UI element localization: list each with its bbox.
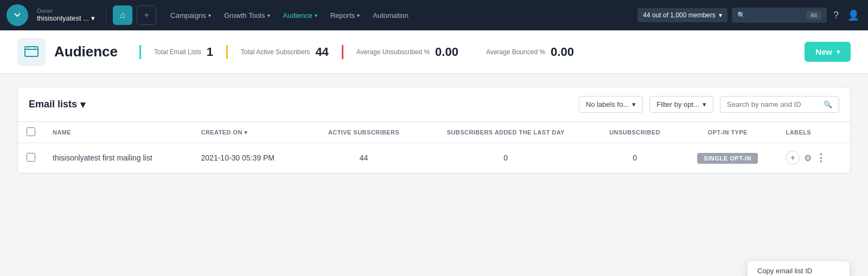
user-icon[interactable]: 👤 [845,7,861,23]
opt-filter-caret-icon: ▾ [703,100,706,108]
col-created-on[interactable]: CREATED ON ▾ [193,122,308,143]
stat-label-email-lists: Total Email Lists [154,48,201,56]
members-caret-icon: ▾ [719,11,722,19]
search-icon: 🔍 [737,11,745,19]
stat-total-email-lists: Total Email Lists 1 [139,45,226,59]
col-labels: LABELS [777,122,850,143]
list-search-box[interactable]: 🔍 [720,96,839,113]
row-active-subscribers-cell: 44 [308,143,420,173]
col-active-subscribers: ACTIVE SUBSCRIBERS [308,122,420,143]
stat-value-avg-unsubscribed: 0.00 [435,45,458,59]
all-filter-badge[interactable]: All [806,11,821,20]
add-label-button[interactable]: + [786,151,800,165]
stat-label-avg-unsubscribed: Average Unsubscribed % [356,48,430,56]
col-unsubscribed: UNSUBSCRIBED [591,122,678,143]
row-created-on-cell: 2021-10-30 05:39 PM [193,143,308,173]
row-checkbox-cell [18,143,44,173]
growth-caret-icon: ▾ [267,12,270,18]
col-subscribers-added: SUBSCRIBERS ADDED THE LAST DAY [420,122,591,143]
list-title-caret-icon[interactable]: ▾ [80,99,85,111]
stat-total-active-subscribers: Total Active Subscribers 44 [226,45,342,59]
nav-growth-tools[interactable]: Growth Tools ▾ [219,8,276,23]
audience-caret-icon: ▾ [315,12,317,18]
list-header: Email lists ▾ No labels fo... ▾ Filter b… [18,87,850,122]
row-name-cell: thisisonlyatest first mailing list [44,143,193,173]
stat-label-avg-bounced: Average Bounced % [486,48,545,56]
opt-in-badge: SINGLE OPT-IN [697,153,758,164]
col-name[interactable]: NAME [44,122,193,143]
nav-search-input[interactable] [749,11,803,19]
select-all-checkbox[interactable] [27,127,35,136]
stat-value-active-subscribers: 44 [315,45,328,59]
owner-label: Owner [37,8,95,14]
nav-divider-1 [106,7,106,24]
help-icon[interactable]: ? [831,8,841,23]
stat-value-avg-bounced: 0.00 [551,45,574,59]
list-search-input[interactable] [727,100,820,108]
page-icon [17,38,46,66]
opt-filter-button[interactable]: Filter by opt... ▾ [649,96,713,113]
row-opt-in-type-cell: SINGLE OPT-IN [678,143,777,173]
list-search-icon: 🔍 [824,100,832,108]
labels-filter-button[interactable]: No labels fo... ▾ [579,96,643,113]
stat-value-email-lists: 1 [207,45,213,59]
nav-campaigns[interactable]: Campaigns ▾ [165,8,216,23]
page-header: Audience Total Email Lists 1 Total Activ… [0,30,868,74]
home-button[interactable]: ⌂ [113,5,132,25]
row-filter-icon[interactable]: ⚙ [804,153,812,163]
row-actions: + ⚙ ⋮ [786,151,841,165]
stat-label-active-subscribers: Total Active Subscribers [241,48,310,56]
main-content: Email lists ▾ No labels fo... ▾ Filter b… [0,74,868,187]
svg-point-0 [12,10,22,20]
nav-links: Campaigns ▾ Growth Tools ▾ Audience ▾ Re… [161,8,633,23]
nav-right: 44 out of 1,000 members ▾ 🔍 All ? 👤 [637,7,861,23]
svg-rect-1 [25,47,38,56]
add-button[interactable]: + [137,5,156,25]
list-title: Email lists ▾ [29,99,85,111]
reports-caret-icon: ▾ [357,12,360,18]
top-navigation: Owner thisisonlyatest ... ▾ ⌂ + Campaign… [0,0,868,30]
members-dropdown[interactable]: 44 out of 1,000 members ▾ [637,8,727,22]
brand-logo[interactable] [7,4,28,26]
nav-reports[interactable]: Reports ▾ [325,8,366,23]
email-lists-card: Email lists ▾ No labels fo... ▾ Filter b… [17,87,851,174]
row-unsubscribed-cell: 0 [591,143,678,173]
nav-search-box[interactable]: 🔍 All [732,8,827,23]
context-menu: Copy email list ID Delete Duplicate Copy… [747,261,850,276]
page-title: Audience [54,43,118,60]
col-opt-in-type: OPT-IN TYPE [678,122,777,143]
stat-avg-bounced: Average Bounced % 0.00 [471,45,587,59]
row-labels-cell: + ⚙ ⋮ [777,143,850,173]
row-kebab-button[interactable]: ⋮ [816,152,826,164]
owner-caret-icon: ▾ [91,14,95,22]
stats-bar: Total Email Lists 1 Total Active Subscri… [139,45,805,59]
new-button[interactable]: New ▾ [805,42,851,62]
labels-filter-caret-icon: ▾ [632,100,636,108]
campaigns-caret-icon: ▾ [208,12,211,18]
row-checkbox[interactable] [27,153,35,162]
nav-automation[interactable]: Automation [367,8,414,23]
nav-audience[interactable]: Audience ▾ [278,8,323,23]
table-row: thisisonlyatest first mailing list 2021-… [18,143,850,173]
owner-name[interactable]: thisisonlyatest ... ▾ [37,14,95,22]
row-subscribers-added-cell: 0 [420,143,591,173]
owner-block: Owner thisisonlyatest ... ▾ [33,8,99,22]
new-button-caret-icon: ▾ [837,48,840,56]
col-checkbox [18,122,44,143]
email-lists-table: NAME CREATED ON ▾ ACTIVE SUBSCRIBERS SUB… [18,122,850,173]
menu-copy-id[interactable]: Copy email list ID [748,261,850,276]
stat-avg-unsubscribed: Average Unsubscribed % 0.00 [342,45,471,59]
